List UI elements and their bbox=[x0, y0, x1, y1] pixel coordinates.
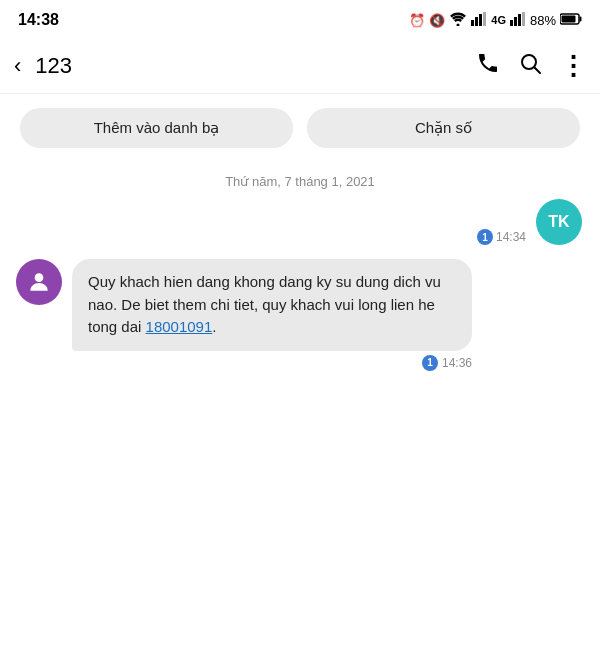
svg-rect-6 bbox=[514, 17, 517, 26]
receiver-avatar bbox=[16, 259, 62, 305]
delivery-icon: 1 bbox=[477, 229, 493, 245]
sent-message-meta: 1 14:34 bbox=[477, 229, 526, 245]
4g-icon: 4G bbox=[491, 14, 506, 26]
search-icon[interactable] bbox=[518, 51, 542, 81]
messages-area: 1 14:34 TK Quy khach hien dang khong dan… bbox=[0, 199, 600, 371]
phone-link[interactable]: 18001091 bbox=[146, 318, 213, 335]
sent-message-row: 1 14:34 TK bbox=[12, 199, 588, 245]
contact-name: 123 bbox=[35, 53, 476, 79]
more-options-icon[interactable]: ⋮ bbox=[560, 53, 586, 79]
received-message-row: Quy khach hien dang khong dang ky su dun… bbox=[12, 259, 588, 371]
received-delivery-icon: 1 bbox=[422, 355, 438, 371]
svg-rect-7 bbox=[518, 14, 521, 26]
status-bar: 14:38 ⏰ 🔇 4G bbox=[0, 0, 600, 38]
received-time: 14:36 bbox=[442, 356, 472, 370]
svg-rect-11 bbox=[562, 15, 576, 22]
signal-icon bbox=[471, 12, 487, 29]
sender-avatar: TK bbox=[536, 199, 582, 245]
svg-rect-3 bbox=[479, 14, 482, 26]
toolbar-actions: ⋮ bbox=[476, 51, 586, 81]
action-buttons-row: Thêm vào danh bạ Chặn số bbox=[0, 94, 600, 162]
back-button[interactable]: ‹ bbox=[14, 49, 31, 83]
svg-rect-2 bbox=[475, 17, 478, 26]
received-message-meta: Quy khach hien dang khong dang ky su dun… bbox=[72, 259, 472, 371]
date-separator: Thứ năm, 7 tháng 1, 2021 bbox=[0, 162, 600, 199]
svg-rect-10 bbox=[580, 16, 582, 21]
status-time: 14:38 bbox=[18, 11, 59, 29]
sent-time: 14:34 bbox=[496, 230, 526, 244]
svg-rect-4 bbox=[483, 12, 486, 26]
signal2-icon bbox=[510, 12, 526, 29]
add-contact-button[interactable]: Thêm vào danh bạ bbox=[20, 108, 293, 148]
svg-rect-8 bbox=[522, 12, 525, 26]
status-icons: ⏰ 🔇 4G bbox=[409, 12, 582, 29]
received-message-period: . bbox=[212, 318, 216, 335]
battery-level: 88% bbox=[530, 13, 556, 28]
svg-line-13 bbox=[535, 67, 541, 73]
block-number-button[interactable]: Chặn số bbox=[307, 108, 580, 148]
alarm-icon: ⏰ bbox=[409, 13, 425, 28]
svg-point-14 bbox=[35, 273, 44, 282]
battery-icon bbox=[560, 13, 582, 28]
wifi-icon bbox=[449, 12, 467, 29]
received-message-bubble: Quy khach hien dang khong dang ky su dun… bbox=[72, 259, 472, 351]
svg-rect-1 bbox=[471, 20, 474, 26]
toolbar: ‹ 123 ⋮ bbox=[0, 38, 600, 94]
mute-icon: 🔇 bbox=[429, 13, 445, 28]
svg-rect-5 bbox=[510, 20, 513, 26]
sent-delivery-status: 1 14:34 bbox=[477, 229, 526, 245]
received-message-footer: 1 14:36 bbox=[72, 355, 472, 371]
svg-point-0 bbox=[457, 23, 460, 26]
call-icon[interactable] bbox=[476, 51, 500, 81]
received-message-text: Quy khach hien dang khong dang ky su dun… bbox=[88, 273, 441, 335]
